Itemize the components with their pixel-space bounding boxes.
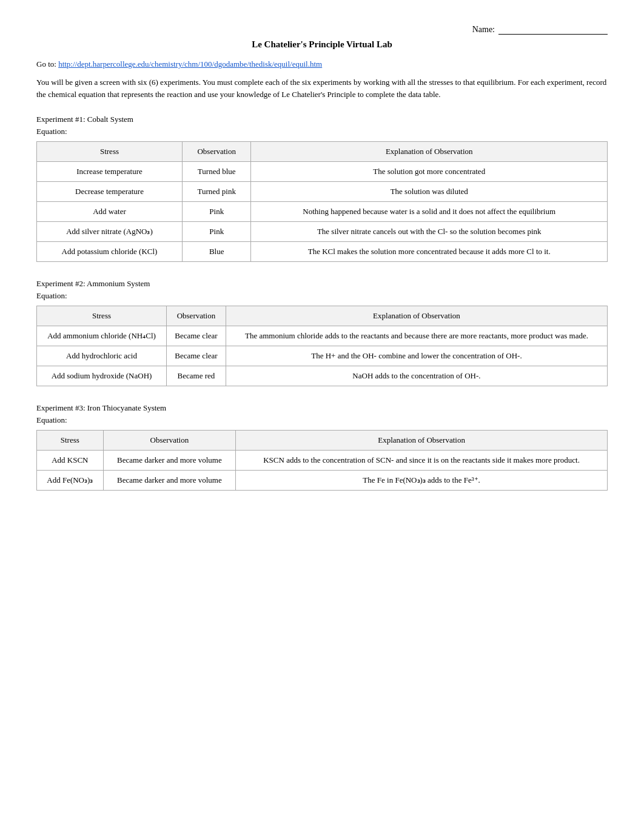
experiment-1-col-1: Observation [182,142,250,162]
explanation-cell: The ammonium chloride adds to the reacta… [226,326,607,346]
experiment-1-label: Experiment #1: Cobalt System [36,115,608,124]
observation-cell: Became clear [166,326,226,346]
table-row: Add KSCNBecame darker and more volumeKSC… [37,451,608,471]
experiment-2-col-0: Stress [37,306,167,326]
goto-line: Go to: http://dept.harpercollege.edu/che… [36,59,608,69]
experiment-3-col-1: Observation [103,431,236,451]
table-row: Add sodium hydroxide (NaOH)Became redNaO… [37,366,608,386]
stress-cell: Add hydrochloric acid [37,346,167,366]
experiment-1-col-2: Explanation of Observation [251,142,608,162]
stress-cell: Add water [37,202,183,222]
observation-cell: Became clear [166,346,226,366]
stress-cell: Increase temperature [37,162,183,182]
stress-cell: Decrease temperature [37,182,183,202]
observation-cell: Pink [182,202,250,222]
observation-cell: Pink [182,222,250,242]
experiment-2-table: StressObservationExplanation of Observat… [36,306,608,386]
stress-cell: Add silver nitrate (AgNO₃) [37,222,183,242]
table-row: Add waterPinkNothing happened because wa… [37,202,608,222]
experiment-2-col-2: Explanation of Observation [226,306,607,326]
table-row: Add Fe(NO₃)₃Became darker and more volum… [37,471,608,491]
observation-cell: Became darker and more volume [103,451,236,471]
page-title: Le Chatelier's Principle Virtual Lab [36,39,608,50]
stress-cell: Add sodium hydroxide (NaOH) [37,366,167,386]
explanation-cell: The H+ and the OH- combine and lower the… [226,346,607,366]
experiment-1-col-0: Stress [37,142,183,162]
experiment-3-col-2: Explanation of Observation [236,431,608,451]
explanation-cell: The KCl makes the solution more concentr… [251,242,608,262]
experiments-container: Experiment #1: Cobalt SystemEquation:Str… [36,115,608,491]
observation-cell: Turned blue [182,162,250,182]
name-underline-line [498,24,608,35]
experiment-2-label: Experiment #2: Ammonium System [36,279,608,289]
observation-cell: Became darker and more volume [103,471,236,491]
observation-cell: Blue [182,242,250,262]
experiment-3: Experiment #3: Iron Thiocyanate SystemEq… [36,403,608,491]
experiment-3-col-0: Stress [37,431,104,451]
stress-cell: Add KSCN [37,451,104,471]
table-row: Add potassium chloride (KCl)BlueThe KCl … [37,242,608,262]
table-row: Increase temperatureTurned blueThe solut… [37,162,608,182]
experiment-2: Experiment #2: Ammonium SystemEquation:S… [36,279,608,386]
table-row: Add hydrochloric acidBecame clearThe H+ … [37,346,608,366]
table-row: Decrease temperatureTurned pinkThe solut… [37,182,608,202]
explanation-cell: Nothing happened because water is a soli… [251,202,608,222]
experiment-3-equation-label: Equation: [36,415,608,425]
goto-link[interactable]: http://dept.harpercollege.edu/chemistry/… [58,59,322,69]
explanation-cell: The Fe in Fe(NO₃)₃ adds to the Fe³⁺. [236,471,608,491]
goto-prefix: Go to: [36,59,56,69]
stress-cell: Add Fe(NO₃)₃ [37,471,104,491]
explanation-cell: The silver nitrate cancels out with the … [251,222,608,242]
experiment-2-col-1: Observation [166,306,226,326]
explanation-cell: KSCN adds to the concentration of SCN- a… [236,451,608,471]
explanation-cell: The solution was diluted [251,182,608,202]
name-area: Name: [36,24,608,35]
experiment-1-equation-label: Equation: [36,127,608,136]
intro-text: You will be given a screen with six (6) … [36,76,608,100]
table-row: Add silver nitrate (AgNO₃)PinkThe silver… [37,222,608,242]
observation-cell: Turned pink [182,182,250,202]
experiment-3-label: Experiment #3: Iron Thiocyanate System [36,403,608,413]
experiment-3-table: StressObservationExplanation of Observat… [36,430,608,491]
experiment-2-equation-label: Equation: [36,291,608,301]
explanation-cell: The solution got more concentrated [251,162,608,182]
experiment-1: Experiment #1: Cobalt SystemEquation:Str… [36,115,608,262]
explanation-cell: NaOH adds to the concentration of OH-. [226,366,607,386]
table-row: Add ammonium chloride (NH₄Cl)Became clea… [37,326,608,346]
stress-cell: Add potassium chloride (KCl) [37,242,183,262]
observation-cell: Became red [166,366,226,386]
stress-cell: Add ammonium chloride (NH₄Cl) [37,326,167,346]
name-label: Name: [472,25,495,35]
experiment-1-table: StressObservationExplanation of Observat… [36,141,608,262]
